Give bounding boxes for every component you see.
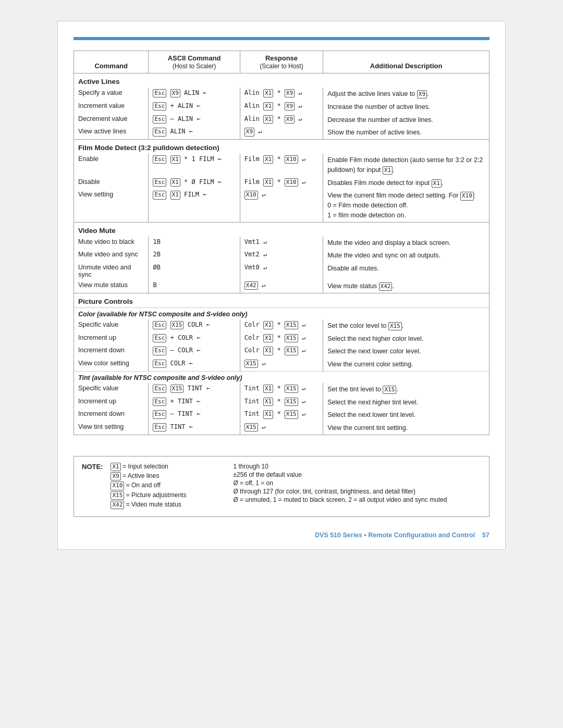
command-cell: Specify a value xyxy=(74,88,149,101)
response-cell: Colr X1 * X15 ↵ xyxy=(240,332,323,346)
response-cell: Alin X1 * X9 ↵ xyxy=(240,114,323,127)
description-cell: Mute the video and display a black scree… xyxy=(323,237,489,250)
command-cell: Specific value xyxy=(74,319,149,332)
response-cell: Tint X1 * X15 ↵ xyxy=(240,396,323,409)
note-item-right: ±256 of the default value xyxy=(233,471,447,478)
command-cell: Decrement value xyxy=(74,114,149,127)
response-cell: Colr X1 * X15 ↵ xyxy=(240,345,323,358)
command-cell: Mute video to black xyxy=(74,237,149,250)
description-cell: Select the next higher color level. xyxy=(323,332,489,346)
response-cell: Film X1 * X10 ↵ xyxy=(240,154,323,177)
description-cell: Set the tint level to X15. xyxy=(323,383,489,396)
table-row: Increment downEsc — TINT ←Tint X1 * X15 … xyxy=(74,409,489,422)
description-cell: Mute the video and sync on all outputs. xyxy=(323,249,489,262)
response-cell: Colr X1 * X15 ↵ xyxy=(240,319,323,332)
note-items-left: X1 = Input selectionX9 = Active linesX10… xyxy=(111,463,225,510)
command-cell: View tint setting xyxy=(74,422,149,435)
note-label: NOTE: xyxy=(82,463,103,471)
ascii-cell: ØB xyxy=(149,262,240,280)
ascii-cell: Esc + COLR ← xyxy=(149,332,240,346)
header-response: Response (Scaler to Host) xyxy=(240,51,323,73)
note-item-left: X10 = On and off xyxy=(111,482,225,490)
response-cell: X15 ↵ xyxy=(240,422,323,435)
command-table: Command ASCII Command (Host to Scaler) R… xyxy=(74,51,489,435)
note-item-left: X1 = Input selection xyxy=(111,463,225,471)
ascii-cell: Esc X15 COLR ← xyxy=(149,319,240,332)
header-ascii: ASCII Command (Host to Scaler) xyxy=(149,51,240,73)
table-row: View active linesEsc ALIN ←X9 ↵Show the … xyxy=(74,126,489,139)
command-cell: Increment value xyxy=(74,101,149,114)
ascii-cell: Esc + TINT ← xyxy=(149,396,240,409)
command-cell: View setting xyxy=(74,189,149,222)
section-header: Active Lines xyxy=(74,73,489,88)
note-box: NOTE: X1 = Input selectionX9 = Active li… xyxy=(74,456,489,517)
description-cell: Decrease the number of active lines. xyxy=(323,114,489,127)
table-row: Specify a valueEsc X9 ALIN ←Alin X1 * X9… xyxy=(74,88,489,101)
table-row: Increment downEsc — COLR ←Colr X1 * X15 … xyxy=(74,345,489,358)
description-cell: Set the color level to X15. xyxy=(323,319,489,332)
description-cell: Disable all mutes. xyxy=(323,262,489,280)
section-header: Picture Controls xyxy=(74,293,489,307)
description-cell: View the current color setting. xyxy=(323,358,489,371)
response-cell: X42 ↵ xyxy=(240,280,323,293)
command-cell: View color setting xyxy=(74,358,149,371)
note-item-left: X42 = Video mute status xyxy=(111,501,225,509)
ascii-cell: B xyxy=(149,280,240,293)
ascii-cell: Esc TINT ← xyxy=(149,422,240,435)
note-item-right: Ø through 127 (for color, tint, contrast… xyxy=(233,488,447,495)
subsection-header: Tint (available for NTSC composite and S… xyxy=(74,371,489,383)
note-item-left: X9 = Active lines xyxy=(111,472,225,480)
command-cell: Increment down xyxy=(74,409,149,422)
response-cell: Vmt2 ↵ xyxy=(240,249,323,262)
table-row: View settingEsc X1 FILM ←X10 ↵View the c… xyxy=(74,189,489,222)
description-cell: View mute status X42. xyxy=(323,280,489,293)
table-row: Specific valueEsc X15 TINT ←Tint X1 * X1… xyxy=(74,383,489,396)
command-cell: Increment up xyxy=(74,332,149,346)
command-cell: Enable xyxy=(74,154,149,177)
response-cell: X10 ↵ xyxy=(240,189,323,222)
ascii-cell: 2B xyxy=(149,249,240,262)
section-header: Film Mode Detect (3:2 pulldown detection… xyxy=(74,140,489,154)
response-cell: X15 ↵ xyxy=(240,358,323,371)
response-cell: Film X1 * X10 ↵ xyxy=(240,177,323,190)
command-cell: Increment up xyxy=(74,396,149,409)
response-cell: Alin X1 * X9 ↵ xyxy=(240,101,323,114)
command-cell: View mute status xyxy=(74,280,149,293)
command-cell: Specific value xyxy=(74,383,149,396)
description-cell: Disables Film mode detect for input X1. xyxy=(323,177,489,190)
description-cell: View the current tint setting. xyxy=(323,422,489,435)
ascii-cell: Esc X9 ALIN ← xyxy=(149,88,240,101)
table-row: Increment upEsc + COLR ←Colr X1 * X15 ↵S… xyxy=(74,332,489,346)
table-row: Mute video and sync2BVmt2 ↵Mute the vide… xyxy=(74,249,489,262)
ascii-cell: Esc X1 * Ø FILM ← xyxy=(149,177,240,190)
response-cell: X9 ↵ xyxy=(240,126,323,139)
page: Command ASCII Command (Host to Scaler) R… xyxy=(57,21,506,550)
command-cell: Mute video and sync xyxy=(74,249,149,262)
footer-text: DVS 510 Series • Remote Configuration an… xyxy=(315,532,475,539)
command-cell: Unmute video and sync xyxy=(74,262,149,280)
response-cell: Vmt0 ↵ xyxy=(240,262,323,280)
description-cell: Show the number of active lines. xyxy=(323,126,489,139)
table-row: Increment upEsc + TINT ←Tint X1 * X15 ↵S… xyxy=(74,396,489,409)
subsection-header: Color (available for NTSC composite and … xyxy=(74,307,489,319)
description-cell: Select the next lower tint level. xyxy=(323,409,489,422)
note-item-right: 1 through 10 xyxy=(233,463,447,470)
note-items-right: 1 through 10±256 of the default valueØ =… xyxy=(233,463,447,504)
table-row: View mute statusBX42 ↵View mute status X… xyxy=(74,280,489,293)
response-cell: Vmt1 ↵ xyxy=(240,237,323,250)
ascii-cell: Esc — ALIN ← xyxy=(149,114,240,127)
ascii-cell: Esc ALIN ← xyxy=(149,126,240,139)
page-number: 57 xyxy=(482,532,489,539)
ascii-cell: 1B xyxy=(149,237,240,250)
table-row: Mute video to black1BVmt1 ↵Mute the vide… xyxy=(74,237,489,250)
ascii-cell: Esc COLR ← xyxy=(149,358,240,371)
table-header-row: Command ASCII Command (Host to Scaler) R… xyxy=(74,51,489,73)
description-cell: Select the next higher tint level. xyxy=(323,396,489,409)
response-cell: Tint X1 * X15 ↵ xyxy=(240,409,323,422)
command-cell: Increment down xyxy=(74,345,149,358)
note-item-right: Ø = unmuted, 1 = muted to black screen, … xyxy=(233,496,447,503)
description-cell: Increase the number of active lines. xyxy=(323,101,489,114)
table-row: View tint settingEsc TINT ←X15 ↵View the… xyxy=(74,422,489,435)
table-row: Unmute video and syncØBVmt0 ↵Disable all… xyxy=(74,262,489,280)
table-row: Decrement valueEsc — ALIN ←Alin X1 * X9 … xyxy=(74,114,489,127)
